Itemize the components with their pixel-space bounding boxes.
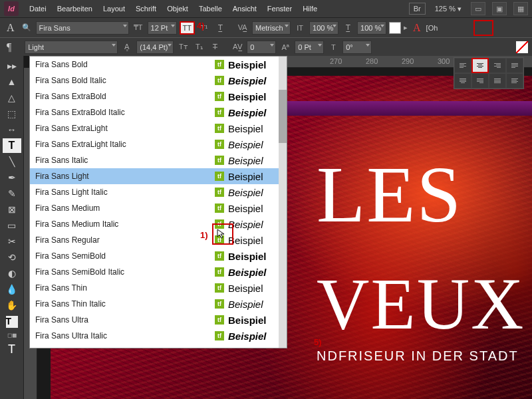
font-option[interactable]: Fira Sans ThintfBeispiel bbox=[30, 280, 287, 296]
fill-swatch[interactable] bbox=[389, 22, 401, 34]
strikethrough-icon[interactable]: T̶ bbox=[208, 41, 221, 53]
typekit-icon: tf bbox=[215, 203, 224, 213]
font-option[interactable]: Fira Sans BoldtfBeispiel bbox=[30, 57, 287, 72]
font-name-label: Fira Sans Ultra Italic bbox=[35, 331, 215, 340]
font-option[interactable]: Fira Sans Bold ItalictfBeispiel bbox=[30, 72, 287, 88]
font-family-combo[interactable]: Fira Sans bbox=[36, 21, 129, 35]
view-mode-icon[interactable]: ▭ bbox=[471, 2, 485, 15]
justify-center-icon[interactable] bbox=[454, 73, 471, 88]
typekit-icon: tf bbox=[215, 108, 224, 117]
justify-all-icon[interactable] bbox=[489, 73, 506, 88]
baseline-input[interactable]: 0 Pt bbox=[295, 41, 324, 54]
rectangle-tool[interactable]: ▭ bbox=[3, 218, 21, 233]
typekit-icon: tf bbox=[215, 156, 224, 165]
font-option[interactable]: Fira Sans UltratfBeispiel bbox=[30, 312, 287, 328]
pencil-tool[interactable]: ✎ bbox=[3, 186, 21, 201]
font-name-label: Fira Sans Italic bbox=[35, 156, 215, 165]
justify-right-icon[interactable] bbox=[471, 73, 489, 88]
headline-1[interactable]: LES bbox=[317, 149, 462, 241]
free-transform-tool[interactable]: ⟲ bbox=[3, 250, 21, 265]
font-size-icon: ₸T bbox=[132, 22, 145, 34]
all-caps-button[interactable]: TT bbox=[180, 21, 195, 35]
align-right-icon[interactable] bbox=[489, 58, 506, 73]
menu-datei[interactable]: Datei bbox=[24, 2, 52, 15]
align-towards-spine-icon[interactable] bbox=[506, 73, 523, 88]
typekit-icon: tf bbox=[215, 124, 224, 133]
font-option[interactable]: Fira Sans Thin ItalictfBeispiel bbox=[30, 296, 287, 312]
arrange-icon[interactable]: ▦ bbox=[513, 2, 528, 15]
fill-stroke-tool[interactable]: T ◻◼ bbox=[3, 314, 21, 340]
apply-color-tool[interactable]: T bbox=[3, 342, 21, 356]
font-option[interactable]: Fira Sans ExtraLight ItalictfBeispiel bbox=[30, 136, 287, 152]
align-left-icon[interactable] bbox=[454, 58, 471, 73]
hand-tool[interactable]: ✋ bbox=[3, 298, 21, 313]
subscript-icon[interactable]: T₁ bbox=[192, 41, 205, 53]
font-option[interactable]: Fira Sans SemiBoldtfBeispiel bbox=[30, 248, 287, 264]
font-option[interactable]: Fira Sans ExtraLighttfBeispiel bbox=[30, 120, 287, 136]
expand-icon[interactable]: ▸▸ bbox=[3, 59, 21, 73]
kerning-combo[interactable]: Metrisch bbox=[252, 21, 291, 35]
font-option[interactable]: Fira Sans Light ItalictfBeispiel bbox=[30, 184, 287, 200]
line-tool[interactable]: ╲ bbox=[3, 154, 21, 169]
zoom-level[interactable]: 125 % ▾ bbox=[432, 3, 464, 15]
tracking-input[interactable]: 0 bbox=[247, 41, 276, 54]
font-option[interactable]: Fira Sans LighttfBeispiel bbox=[30, 168, 287, 184]
search-icon[interactable]: 🔍 bbox=[20, 22, 33, 34]
menu-ansicht[interactable]: Ansicht bbox=[227, 2, 262, 15]
pen-tool[interactable]: ✒ bbox=[3, 170, 21, 185]
gap-tool[interactable]: ↔ bbox=[3, 122, 21, 137]
subhead[interactable]: NDFRISEUR IN DER STADT bbox=[317, 348, 519, 364]
menu-tabelle[interactable]: Tabelle bbox=[194, 2, 227, 15]
scissors-tool[interactable]: ✂ bbox=[3, 234, 21, 249]
gradient-swatch-tool[interactable]: ◐ bbox=[3, 266, 21, 281]
justify-left-icon[interactable] bbox=[506, 58, 523, 73]
menu-hilfe[interactable]: Hilfe bbox=[297, 2, 323, 15]
hscale-icon: T̲ bbox=[341, 22, 354, 34]
align-center-icon[interactable] bbox=[471, 58, 489, 73]
menu-layout[interactable]: Layout bbox=[98, 2, 130, 15]
font-option[interactable]: Fira Sans ExtraBoldtfBeispiel bbox=[30, 88, 287, 104]
screen-mode-icon[interactable]: ▣ bbox=[492, 2, 507, 15]
font-option[interactable]: Fira Sans ItalictfBeispiel bbox=[30, 152, 287, 168]
font-sample: Beispiel bbox=[228, 155, 281, 166]
typekit-icon: tf bbox=[215, 92, 224, 101]
skew-input[interactable]: 0° bbox=[342, 41, 372, 54]
menu-bearbeiten[interactable]: Bearbeiten bbox=[52, 2, 98, 15]
leading-input[interactable]: (14,4 Pt) bbox=[136, 41, 174, 54]
scrollbar[interactable] bbox=[279, 57, 287, 348]
smallcaps-icon[interactable]: Tᴛ bbox=[176, 41, 190, 53]
paragraph-formatting-icon[interactable]: ¶ bbox=[4, 41, 14, 53]
font-option[interactable]: Fira Sans SemiBold ItalictfBeispiel bbox=[30, 264, 287, 280]
typekit-icon: tf bbox=[215, 172, 224, 181]
font-sample: Beispiel bbox=[228, 171, 281, 182]
selection-tool[interactable]: ▲ bbox=[3, 74, 21, 89]
font-option[interactable]: Fira Sans Ultra ItalictfBeispiel bbox=[30, 328, 287, 344]
scrollbar-thumb[interactable] bbox=[279, 90, 287, 143]
font-size-input[interactable]: 12 Pt bbox=[148, 21, 177, 35]
font-option[interactable]: Fira Sans Medium ItalictfBeispiel bbox=[30, 216, 287, 232]
menu-objekt[interactable]: Objekt bbox=[162, 2, 194, 15]
menu-fenster[interactable]: Fenster bbox=[262, 2, 297, 15]
typekit-icon: tf bbox=[215, 76, 224, 85]
bridge-button[interactable]: Br bbox=[409, 3, 426, 15]
typekit-icon: tf bbox=[215, 267, 224, 277]
font-option[interactable]: Fira Sans ExtraBold ItalictfBeispiel bbox=[30, 104, 287, 120]
rectangle-frame-tool[interactable]: ⊠ bbox=[3, 202, 21, 217]
hscale-input[interactable]: 100 % bbox=[357, 21, 386, 35]
underline-icon[interactable]: T̲ bbox=[213, 22, 227, 34]
font-style-combo[interactable]: Light bbox=[25, 41, 118, 54]
eyedropper-tool[interactable]: 💧 bbox=[3, 282, 21, 297]
stroke-swatch[interactable] bbox=[516, 41, 528, 53]
type-tool[interactable]: T bbox=[3, 138, 21, 153]
typekit-icon: tf bbox=[215, 331, 224, 340]
font-option[interactable]: Fira Sans MediumtfBeispiel bbox=[30, 200, 287, 216]
character-formatting-icon[interactable]: A bbox=[4, 22, 17, 34]
direct-selection-tool[interactable]: △ bbox=[3, 90, 21, 105]
char-color-icon[interactable]: A bbox=[410, 22, 424, 34]
font-style-dropdown[interactable]: Fira Sans BoldtfBeispielFira Sans Bold I… bbox=[29, 56, 287, 348]
page-tool[interactable]: ⬚ bbox=[3, 106, 21, 121]
headline-2[interactable]: VEUX bbox=[317, 262, 525, 346]
vscale-input[interactable]: 100 % bbox=[309, 21, 338, 35]
font-option[interactable]: Fira Sans RegulartfBeispiel bbox=[30, 232, 287, 248]
menu-schrift[interactable]: Schrift bbox=[130, 2, 162, 15]
